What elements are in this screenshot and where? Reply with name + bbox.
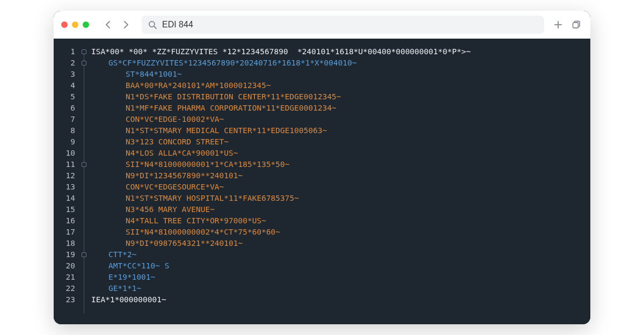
code-line[interactable]: ST*844*1001~	[91, 69, 590, 80]
code-line[interactable]: SII*N4*81000000002*4*CT*75*60*60~	[91, 227, 590, 238]
window-controls	[61, 21, 89, 28]
line-number: 2	[54, 57, 75, 69]
code-line[interactable]: N4*LOS ALLA*CA*90001*US~	[91, 148, 590, 159]
line-number: 20	[54, 260, 75, 272]
code-line[interactable]: IEA*1*000000001~	[91, 294, 590, 305]
plus-icon	[554, 20, 562, 29]
code-line[interactable]: E*19*1001~	[91, 272, 590, 283]
fold-toggle-icon[interactable]	[82, 252, 86, 257]
line-number: 14	[54, 193, 75, 204]
fold-guide-line	[84, 52, 84, 314]
forward-button[interactable]	[118, 17, 134, 33]
code-line[interactable]: N3*123 CONCORD STREET~	[91, 136, 590, 148]
search-input[interactable]	[162, 20, 538, 30]
line-number: 1	[54, 46, 75, 57]
zoom-icon[interactable]	[83, 21, 89, 28]
line-number: 21	[54, 272, 75, 283]
tabs-overview-button[interactable]	[570, 18, 583, 31]
code-line[interactable]: BAA*00*RA*240101*AM*1000012345~	[91, 80, 590, 91]
code-line[interactable]: ISA*00* *00* *ZZ*FUZZYVITES *12*12345678…	[91, 46, 590, 57]
line-number: 7	[54, 114, 75, 125]
line-number: 9	[54, 136, 75, 148]
svg-line-1	[154, 26, 156, 28]
line-number: 15	[54, 204, 75, 215]
stacked-squares-icon	[572, 20, 581, 30]
code-editor[interactable]: 1234567891011121314151617181920212223 IS…	[54, 39, 590, 324]
line-number: 16	[54, 215, 75, 227]
minimize-icon[interactable]	[72, 21, 78, 28]
fold-toggle-icon[interactable]	[82, 49, 86, 54]
code-line[interactable]: CON*VC*EDGE-10002*VA~	[91, 114, 590, 125]
line-number: 18	[54, 238, 75, 249]
line-number: 4	[54, 80, 75, 91]
code-line[interactable]: N9*DI*0987654321**240101~	[91, 238, 590, 249]
line-number: 10	[54, 148, 75, 159]
line-number: 8	[54, 125, 75, 136]
line-number: 13	[54, 181, 75, 193]
code-line[interactable]: CTT*2~	[91, 249, 590, 260]
code-line[interactable]: AMT*CC*110~ S	[91, 260, 590, 272]
code-line[interactable]: N4*TALL TREE CITY*OR*97000*US~	[91, 215, 590, 227]
chevron-right-icon	[123, 21, 129, 28]
titlebar	[54, 11, 590, 39]
svg-rect-3	[573, 23, 579, 28]
search-icon	[148, 20, 157, 29]
new-tab-button[interactable]	[552, 18, 565, 31]
close-icon[interactable]	[61, 21, 68, 28]
fold-gutter	[79, 46, 89, 324]
search-field[interactable]	[142, 16, 544, 34]
nav-arrows	[100, 17, 134, 33]
code-line[interactable]: N1*ST*STMARY HOSPITAL*11*FAKE6785375~	[91, 193, 590, 204]
line-number: 23	[54, 294, 75, 305]
code-line[interactable]: N1*DS*FAKE DISTRIBUTION CENTER*11*EDGE00…	[91, 91, 590, 103]
code-line[interactable]: GE*1*1~	[91, 283, 590, 294]
line-number: 17	[54, 227, 75, 238]
line-number: 12	[54, 170, 75, 181]
code-line[interactable]: N1*MF*FAKE PHARMA CORPORATION*11*EDGE000…	[91, 103, 590, 114]
back-button[interactable]	[100, 17, 116, 33]
line-number: 6	[54, 103, 75, 114]
code-line[interactable]: N9*DI*1234567890**240101~	[91, 170, 590, 181]
line-number: 22	[54, 283, 75, 294]
code-body[interactable]: ISA*00* *00* *ZZ*FUZZYVITES *12*12345678…	[89, 46, 590, 324]
code-line[interactable]: SII*N4*81000000001*1*CA*185*135*50~	[91, 159, 590, 170]
line-number: 3	[54, 69, 75, 80]
chevron-left-icon	[105, 21, 111, 28]
code-line[interactable]: GS*CF*FUZZYVITES*1234567890*20240716*161…	[91, 57, 590, 69]
line-number: 5	[54, 91, 75, 103]
editor-window: 1234567891011121314151617181920212223 IS…	[54, 11, 590, 324]
line-number-gutter: 1234567891011121314151617181920212223	[54, 46, 79, 324]
code-line[interactable]: CON*VC*EDGESOURCE*VA~	[91, 181, 590, 193]
code-line[interactable]: N3*456 MARY AVENUE~	[91, 204, 590, 215]
fold-toggle-icon[interactable]	[82, 162, 86, 167]
titlebar-right-icons	[552, 18, 583, 31]
line-number: 11	[54, 159, 75, 170]
fold-toggle-icon[interactable]	[82, 61, 86, 65]
line-number: 19	[54, 249, 75, 260]
code-line[interactable]: N1*ST*STMARY MEDICAL CENTER*11*EDGE10050…	[91, 125, 590, 136]
